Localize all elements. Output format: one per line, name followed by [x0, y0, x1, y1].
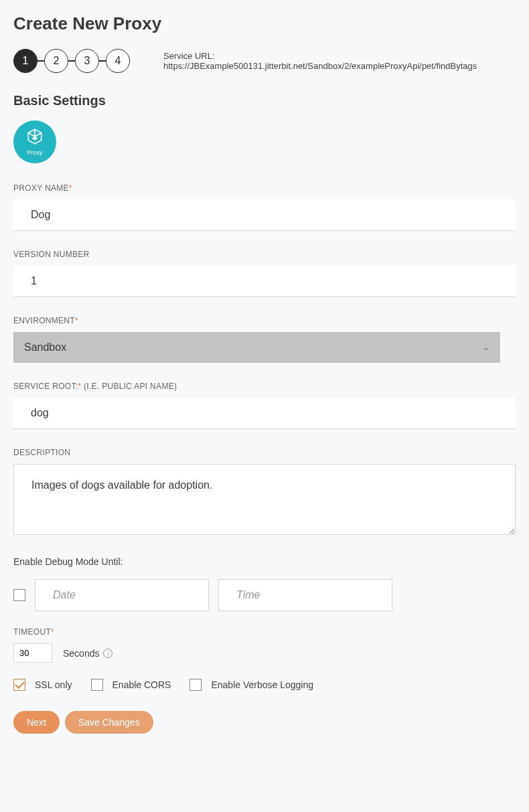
field-service-root: SERVICE ROOT:* (I.E. PUBLIC API NAME) — [13, 382, 516, 429]
ssl-only-label: SSL only — [35, 679, 72, 690]
environment-select[interactable] — [13, 332, 500, 363]
option-verbose-logging: Enable Verbose Logging — [190, 679, 313, 691]
field-environment: ENVIRONMENT* ⌄ — [13, 316, 516, 363]
description-textarea[interactable] — [13, 464, 516, 535]
version-number-input[interactable] — [13, 266, 516, 297]
label-text: SERVICE ROOT: — [13, 382, 78, 391]
label-text: TIMEOUT — [13, 627, 51, 637]
field-version-number: VERSION NUMBER — [13, 250, 516, 297]
options-row: SSL only Enable CORS Enable Verbose Logg… — [13, 679, 516, 691]
section-title: Basic Settings — [13, 93, 516, 108]
field-proxy-name: PROXY NAME* — [13, 183, 516, 231]
step-4[interactable]: 4 — [106, 49, 130, 73]
debug-mode-label: Enable Debug Mode Until: — [13, 556, 516, 567]
debug-time-input[interactable] — [218, 579, 392, 611]
option-enable-cors: Enable CORS — [91, 679, 171, 691]
step-connector — [68, 60, 75, 62]
ssl-only-checkbox[interactable] — [13, 679, 25, 691]
verbose-logging-label: Enable Verbose Logging — [211, 679, 313, 690]
enable-cors-label: Enable CORS — [112, 679, 171, 690]
verbose-logging-checkbox[interactable] — [190, 679, 202, 691]
service-url-value: https://JBExample500131.jitterbit.net/Sa… — [163, 61, 477, 71]
debug-row — [13, 579, 516, 611]
proxy-badge-label: Proxy — [27, 149, 42, 156]
step-2[interactable]: 2 — [44, 49, 68, 73]
step-connector — [99, 60, 106, 62]
environment-label: ENVIRONMENT* — [13, 316, 516, 325]
timeout-unit: Seconds i — [63, 648, 112, 659]
service-url: Service URL: https://JBExample500131.jit… — [163, 51, 516, 71]
step-3[interactable]: 3 — [75, 49, 99, 73]
description-label: DESCRIPTION — [13, 448, 516, 457]
version-number-label: VERSION NUMBER — [13, 250, 516, 259]
required-mark: * — [69, 183, 72, 193]
field-description: DESCRIPTION — [13, 448, 516, 538]
timeout-input[interactable] — [13, 643, 52, 663]
button-row: Next Save Changes — [13, 711, 516, 734]
label-text: PROXY NAME — [13, 183, 69, 193]
service-root-input[interactable] — [13, 398, 516, 429]
proxy-name-label: PROXY NAME* — [13, 183, 516, 193]
label-text: ENVIRONMENT — [13, 316, 75, 325]
service-root-label: SERVICE ROOT:* (I.E. PUBLIC API NAME) — [13, 382, 516, 391]
header-row: 1 2 3 4 Service URL: https://JBExample50… — [13, 49, 516, 73]
timeout-row: Seconds i — [13, 643, 516, 663]
timeout-unit-text: Seconds — [63, 648, 99, 659]
proxy-name-input[interactable] — [13, 199, 516, 231]
info-icon[interactable]: i — [103, 649, 112, 658]
enable-cors-checkbox[interactable] — [91, 679, 103, 691]
proxy-icon — [26, 128, 44, 148]
next-button[interactable]: Next — [13, 711, 60, 734]
debug-date-input[interactable] — [35, 579, 209, 611]
required-mark: * — [51, 627, 54, 637]
stepper: 1 2 3 4 — [13, 49, 130, 73]
required-mark: * — [75, 316, 78, 325]
label-hint: (I.E. PUBLIC API NAME) — [81, 382, 177, 391]
page-title: Create New Proxy — [13, 13, 516, 34]
option-ssl-only: SSL only — [13, 679, 72, 691]
step-connector — [37, 60, 44, 62]
debug-checkbox[interactable] — [13, 589, 25, 601]
timeout-label: TIMEOUT* — [13, 627, 516, 637]
service-url-label: Service URL: — [163, 51, 215, 61]
proxy-badge: Proxy — [13, 120, 56, 163]
save-changes-button[interactable]: Save Changes — [65, 711, 153, 734]
step-1[interactable]: 1 — [13, 49, 37, 73]
